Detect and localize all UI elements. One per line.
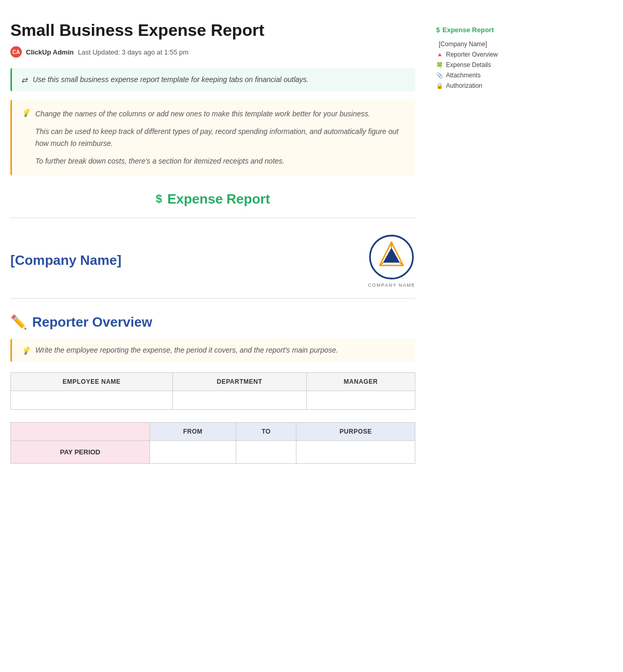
meta-row: CA ClickUp Admin Last Updated: 3 days ag… xyxy=(10,46,415,58)
cell-manager[interactable] xyxy=(306,391,415,409)
company-section: [Company Name] COMPANY NAME xyxy=(10,234,415,288)
sidebar-item-reporter[interactable]: 🔺 Reporter Overview xyxy=(436,49,519,60)
lightbulb-icon: 💡 xyxy=(21,109,30,167)
employee-table: EMPLOYEE NAME DEPARTMENT MANAGER xyxy=(10,372,415,410)
divider-1 xyxy=(10,218,415,218)
sidebar-authorization-icon: 🔒 xyxy=(436,83,443,89)
reporter-hint-text: Write the employee reporting the expense… xyxy=(35,346,338,355)
sidebar-dollar-icon: $ xyxy=(436,26,440,34)
pay-period-empty-header xyxy=(11,422,150,440)
reporter-hint-box: 💡 Write the employee reporting the expen… xyxy=(10,339,415,362)
green-info-text: Use this small business expense report t… xyxy=(33,75,309,84)
yellow-para-2: This can be used to keep track of differ… xyxy=(35,126,406,149)
col-purpose: PURPOSE xyxy=(296,422,415,440)
hint-lightbulb-icon: 💡 xyxy=(21,346,30,355)
reporter-overview-section: ✏️ Reporter Overview 💡 Write the employe… xyxy=(10,314,415,464)
sidebar-item-attachments[interactable]: 📎 Attachments xyxy=(436,70,519,80)
table-row: PAY PERIOD xyxy=(11,440,415,463)
sidebar-attachments-icon: 📎 xyxy=(436,72,443,79)
sidebar-item-authorization[interactable]: 🔒 Authorization xyxy=(436,80,519,91)
pay-period-label: PAY PERIOD xyxy=(11,440,150,463)
company-logo xyxy=(368,234,415,280)
cell-from[interactable] xyxy=(150,440,236,463)
sidebar-expense-icon: 🍀 xyxy=(436,62,443,69)
company-logo-container: COMPANY NAME xyxy=(368,234,415,288)
cell-employee-name[interactable] xyxy=(11,391,173,409)
sidebar-title: $ Expense Report xyxy=(436,26,519,34)
expense-report-heading: $ Expense Report xyxy=(10,191,415,207)
sidebar-item-company[interactable]: [Company Name] xyxy=(436,39,519,49)
pay-period-table: FROM TO PURPOSE PAY PERIOD xyxy=(10,422,415,464)
author-name: ClickUp Admin xyxy=(26,48,74,56)
pay-period-header-row: FROM TO PURPOSE xyxy=(11,422,415,440)
info-box-green: ⇄ Use this small business expense report… xyxy=(10,68,415,91)
last-updated: Last Updated: 3 days ago at 1:55 pm xyxy=(78,48,188,56)
col-to: TO xyxy=(236,422,296,440)
col-from: FROM xyxy=(150,422,236,440)
pencil-emoji: ✏️ xyxy=(10,314,27,330)
dollar-icon: $ xyxy=(156,192,162,206)
company-name: [Company Name] xyxy=(10,252,121,268)
col-department: DEPARTMENT xyxy=(172,372,306,391)
info-box-yellow: 💡 Change the names of the columns or add… xyxy=(10,100,415,176)
sidebar-reporter-icon: 🔺 xyxy=(436,51,443,58)
cell-purpose[interactable] xyxy=(296,440,415,463)
sidebar-item-expense-details[interactable]: 🍀 Expense Details xyxy=(436,60,519,70)
divider-2 xyxy=(10,298,415,299)
company-logo-label: COMPANY NAME xyxy=(368,283,415,288)
expense-report-title: Expense Report xyxy=(167,191,270,207)
swap-icon: ⇄ xyxy=(21,76,28,84)
table-row xyxy=(11,391,415,409)
cell-department[interactable] xyxy=(172,391,306,409)
cell-to[interactable] xyxy=(236,440,296,463)
col-employee-name: EMPLOYEE NAME xyxy=(11,372,173,391)
sidebar: $ Expense Report [Company Name] 🔺 Report… xyxy=(436,21,519,476)
page-title: Small Business Expense Report xyxy=(10,21,415,40)
col-manager: MANAGER xyxy=(306,372,415,391)
reporter-heading: ✏️ Reporter Overview xyxy=(10,314,415,330)
yellow-para-3: To further break down costs, there's a s… xyxy=(35,155,406,167)
avatar: CA xyxy=(10,46,22,58)
main-content: Small Business Expense Report CA ClickUp… xyxy=(10,21,436,476)
yellow-info-text: Change the names of the columns or add n… xyxy=(35,108,406,167)
yellow-para-1: Change the names of the columns or add n… xyxy=(35,108,406,119)
employee-table-header-row: EMPLOYEE NAME DEPARTMENT MANAGER xyxy=(11,372,415,391)
